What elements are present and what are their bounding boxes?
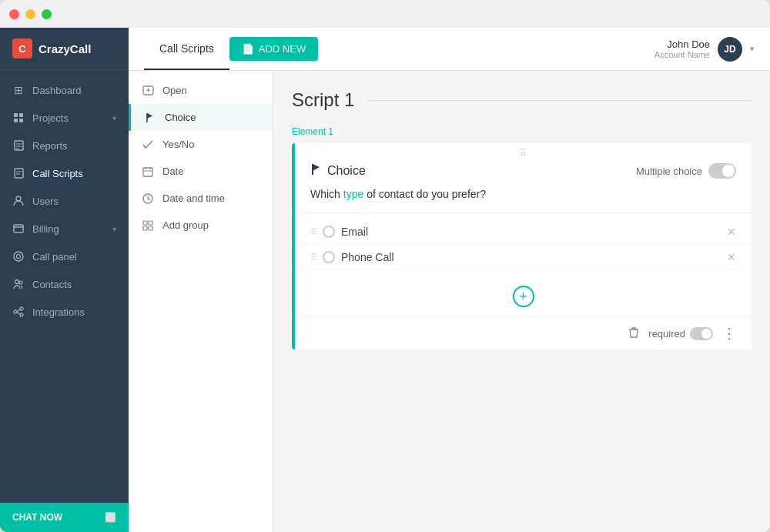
sidebar-item-label: Users: [32, 196, 116, 207]
drag-handle[interactable]: ⠿: [295, 143, 752, 163]
svg-rect-32: [149, 221, 152, 225]
datetime-icon: [141, 193, 155, 204]
svg-point-10: [16, 196, 21, 201]
add-new-button[interactable]: 📄 ADD NEW: [229, 37, 318, 61]
add-option-button[interactable]: +: [513, 286, 534, 307]
card-type-title: Choice: [327, 164, 366, 178]
sidebar-item-label: Dashboard: [32, 85, 116, 96]
addgroup-icon: [141, 220, 155, 231]
svg-rect-3: [19, 119, 23, 122]
required-toggle[interactable]: [690, 327, 713, 340]
more-options-button[interactable]: ⋮: [722, 325, 736, 342]
svg-point-18: [20, 307, 23, 310]
script-item-label: Date: [162, 166, 183, 177]
card-options: ⠿ Email ✕ ⠿ Phone Call ✕: [295, 213, 752, 276]
open-icon: [141, 85, 155, 96]
card-question: Which type of contact do you prefer?: [295, 188, 752, 213]
chat-icon: ⬜: [105, 512, 116, 523]
topbar-right: John Doe Account Name JD ▾: [654, 37, 755, 62]
contacts-icon: [12, 278, 25, 290]
required-section: required: [648, 327, 713, 340]
svg-line-30: [148, 199, 150, 200]
chat-label: CHAT NOW: [12, 512, 62, 523]
avatar: JD: [718, 37, 742, 62]
billing-icon: [12, 223, 25, 235]
script-item-open[interactable]: Open: [129, 77, 273, 104]
sidebar-item-callpanel[interactable]: Call panel: [0, 243, 129, 270]
svg-rect-24: [143, 168, 152, 176]
topbar: Call Scripts 📄 ADD NEW John Doe Account …: [129, 28, 770, 71]
script-item-date[interactable]: Date: [129, 158, 273, 185]
topbar-left: Call Scripts 📄 ADD NEW: [144, 28, 318, 70]
svg-rect-0: [14, 113, 18, 117]
multiple-choice-toggle[interactable]: [708, 163, 736, 179]
option-radio-email[interactable]: [323, 226, 335, 238]
script-item-yesno[interactable]: Yes/No: [129, 131, 273, 158]
svg-rect-11: [14, 225, 23, 233]
titlebar: [0, 0, 770, 28]
script-item-label: Date and time: [162, 192, 225, 204]
choice-flag-icon: [143, 112, 157, 123]
svg-point-13: [14, 252, 23, 261]
sidebar-item-integrations[interactable]: Integrations: [0, 298, 129, 326]
svg-rect-31: [143, 221, 147, 225]
svg-point-17: [14, 310, 17, 313]
script-panel: Open Choice: [129, 71, 273, 532]
option-radio-phone[interactable]: [323, 251, 335, 263]
yesno-icon: [141, 140, 155, 149]
delete-option-email-button[interactable]: ✕: [727, 226, 736, 238]
chevron-down-icon: ▾: [112, 225, 116, 233]
card-header: Choice Multiple choice: [295, 163, 752, 188]
sidebar-item-contacts[interactable]: Contacts: [0, 270, 129, 298]
script-item-datetime[interactable]: Date and time: [129, 185, 273, 212]
required-label: required: [648, 328, 685, 340]
chevron-down-icon: ▾: [112, 114, 116, 122]
option-text-phone: Phone Call: [341, 251, 721, 263]
sidebar-item-label: Call panel: [32, 251, 116, 263]
element-label: Element 1: [292, 126, 752, 137]
sidebar-item-dashboard[interactable]: ⊞ Dashboard: [0, 76, 129, 104]
sidebar-item-users[interactable]: Users: [0, 187, 129, 215]
sidebar: C CrazyCall ⊞ Dashboard: [0, 28, 129, 532]
minimize-button[interactable]: [25, 9, 35, 19]
projects-icon: [12, 112, 25, 124]
sidebar-item-projects[interactable]: Projects ▾: [0, 104, 129, 132]
delete-option-phone-button[interactable]: ✕: [727, 251, 736, 263]
svg-rect-1: [19, 113, 23, 117]
svg-point-19: [20, 313, 23, 316]
chevron-down-icon[interactable]: ▾: [750, 44, 755, 54]
svg-point-15: [15, 280, 19, 284]
user-name: John Doe: [654, 38, 710, 50]
maximize-button[interactable]: [42, 9, 52, 19]
script-item-label: Add group: [162, 219, 209, 231]
multiple-choice-label: Multiple choice: [636, 166, 702, 177]
element-card: ⠿ Choice: [292, 143, 752, 350]
tab-call-scripts[interactable]: Call Scripts: [144, 28, 229, 70]
main-content: Call Scripts 📄 ADD NEW John Doe Account …: [129, 28, 770, 532]
close-button[interactable]: [9, 9, 19, 19]
sidebar-item-label: Integrations: [32, 306, 116, 318]
date-icon: [141, 166, 155, 177]
script-item-addgroup[interactable]: Add group: [129, 212, 273, 239]
callpanel-icon: [12, 250, 25, 263]
users-icon: [12, 195, 25, 207]
script-item-choice[interactable]: Choice: [129, 104, 273, 131]
svg-rect-2: [14, 119, 18, 122]
card-title-section: Choice: [310, 163, 366, 179]
sidebar-item-callscripts[interactable]: Call Scripts: [0, 159, 129, 187]
option-row-email: ⠿ Email ✕: [295, 219, 752, 245]
script-title-row: Script 1: [292, 89, 752, 111]
drag-handle-icon[interactable]: ⠿: [310, 253, 316, 263]
sidebar-nav: ⊞ Dashboard Projects ▾: [0, 70, 129, 503]
integrations-icon: [12, 306, 25, 318]
sidebar-item-label: Reports: [32, 140, 116, 152]
svg-point-14: [17, 255, 21, 259]
sidebar-item-billing[interactable]: Billing ▾: [0, 215, 129, 243]
script-item-label: Open: [162, 85, 187, 96]
reports-icon: [12, 139, 25, 152]
drag-handle-icon[interactable]: ⠿: [310, 227, 316, 237]
chat-now-button[interactable]: CHAT NOW ⬜: [0, 503, 129, 532]
svg-rect-33: [143, 226, 147, 230]
sidebar-item-reports[interactable]: Reports: [0, 132, 129, 159]
delete-element-button[interactable]: [628, 326, 639, 341]
